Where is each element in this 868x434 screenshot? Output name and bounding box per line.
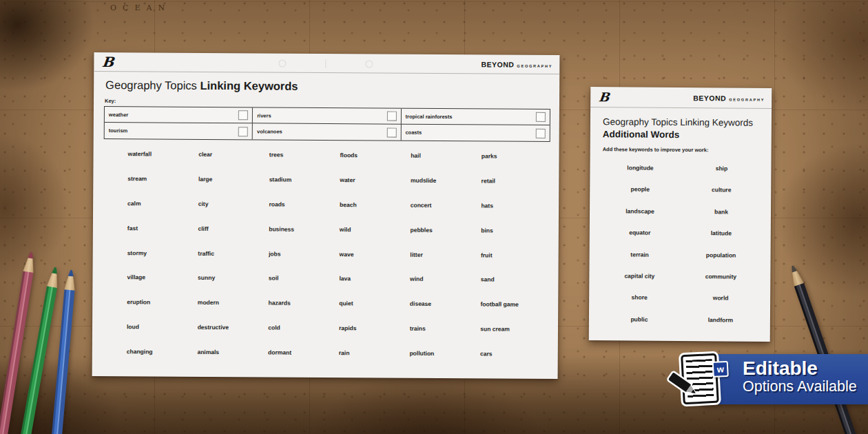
keyword: eruption [127,299,198,324]
brand-wordmark: BEYOND GEOGRAPHY [481,60,552,69]
keyword: business [269,225,340,251]
beyond-logo-icon: B [598,91,610,103]
keyword: city [198,200,269,226]
words-column-1: longitudepeoplelandscapeequatorterrainca… [599,164,681,338]
additional-words-list: longitudepeoplelandscapeequatorterrainca… [599,164,763,338]
beyond-logo-icon: B [101,55,114,69]
worksheet-header-band: B BEYOND GEOGRAPHY [94,52,559,74]
page-title: Geography Topics Linking Keywords Additi… [603,116,753,141]
keyword: fruit [481,251,552,277]
title-regular: Geography Topics [105,79,197,92]
keyword: quiet [339,300,410,325]
keyword: sand [481,276,552,302]
key-label: Key: [105,98,116,104]
instruction-text: Add these keywords to improve your work: [603,146,709,153]
keyword: ship [681,165,762,187]
keywords-grid: waterfallcleartreesfloodshailparksstream… [127,150,552,375]
document-paper-icon [681,353,719,405]
keyword: rapids [339,324,410,350]
keyword: mudslide [411,177,482,203]
key-cell: weather [105,107,253,123]
key-cell: tropical rainforests [401,109,549,125]
keyword: rain [339,349,410,375]
keyword: people [599,186,681,208]
key-table: weather rivers tropical rainforests tour… [104,106,550,142]
keyword: shore [599,294,680,316]
keyword: destructive [197,324,268,349]
keyword: pebbles [410,226,481,251]
map-ocean-label: OCEAN [110,3,171,12]
keyword: traffic [198,249,269,275]
words-column-2: shipculturebanklatitudepopulationcommuni… [680,165,763,338]
keyword: changing [127,348,198,373]
keyword: trees [269,151,340,176]
key-checkbox[interactable] [536,112,546,122]
keyword: disease [410,300,481,326]
keyword: public [599,316,680,338]
key-checkbox[interactable] [238,127,248,136]
keyword: calm [127,200,198,225]
keyword: cold [268,324,339,350]
keyword: longitude [599,164,681,186]
keyword: retail [481,177,552,203]
keyword: wave [339,251,410,276]
keyword: cars [480,350,551,375]
keyword: water [340,176,411,202]
pencil-wood [23,258,36,273]
key-cell: rivers [253,107,401,124]
keyword: loud [127,323,198,349]
circle-icon [365,60,373,68]
key-checkbox[interactable] [386,127,396,137]
divider [325,59,326,68]
keyword: village [127,274,198,300]
title-regular: Geography Topics Linking Keywords [603,116,753,128]
keyword: landform [680,316,761,338]
keyword: roads [269,200,340,226]
keyword: terrain [599,251,680,273]
keyword: capital city [599,272,680,294]
keyword: fast [127,225,198,250]
keyword: hail [411,152,482,178]
keyword: jobs [269,250,340,276]
keyword: clear [198,151,269,176]
editable-document-icon: w [675,351,723,408]
pencil-lead [25,251,37,259]
banner-subtitle: Options Available [743,379,868,395]
keyword: bins [481,227,552,252]
pencil-lead [65,269,76,276]
keyword: world [680,294,761,316]
key-checkbox[interactable] [536,128,546,138]
keyword: litter [410,251,481,276]
keyword: population [680,251,761,273]
brand-wordmark: BEYOND GEOGRAPHY [693,94,765,103]
keyword: animals [197,349,268,374]
worksheet-header-band: B BEYOND GEOGRAPHY [590,87,772,109]
keyword: football game [480,301,551,327]
word-badge-icon: w [712,361,729,378]
resource-preview: OCEAN B BEYOND GEOGRAPHY [0,0,868,434]
keyword: lava [339,276,410,301]
header-placeholder-icons [278,59,373,69]
banner-text: Editable Options Available [743,359,868,395]
keyword: cliff [198,225,269,251]
keyword: wind [410,276,481,301]
keyword: equator [599,229,681,251]
keyword: stream [127,175,198,200]
keyword: stormy [127,249,198,275]
key-cell: volcanoes [253,123,401,140]
key-checkbox[interactable] [238,110,248,120]
keyword: sun cream [480,326,551,351]
keyword: hats [481,202,552,227]
key-checkbox[interactable] [386,112,396,121]
worksheet-linking-keywords: B BEYOND GEOGRAPHY Geography Topics Link… [92,52,560,379]
circle-icon [278,60,286,68]
keyword: landscape [599,207,681,229]
title-bold: Additional Words [603,129,680,140]
worksheet-additional-words: B BEYOND GEOGRAPHY Geography Topics Link… [589,87,772,342]
keyword: waterfall [127,150,198,176]
page-title: Geography Topics Linking Keywords [105,79,298,93]
keyword: stadium [269,176,340,201]
keyword: wild [340,226,411,251]
keyword: beach [340,201,411,227]
keyword: sunny [198,274,269,300]
